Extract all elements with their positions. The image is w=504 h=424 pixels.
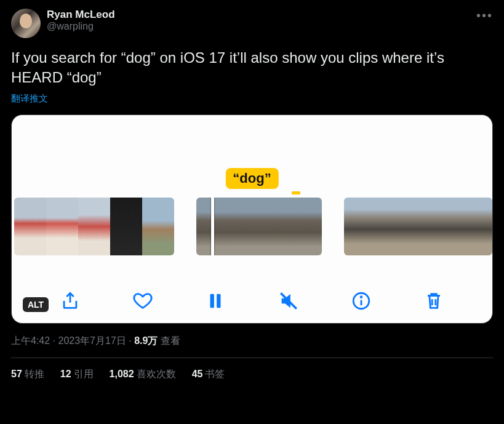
clip-frame xyxy=(280,198,322,255)
tweet-time[interactable]: 上午4:42 xyxy=(11,335,50,346)
svg-rect-0 xyxy=(210,294,214,308)
media-card[interactable]: “dog” xyxy=(11,114,493,324)
clip-group[interactable] xyxy=(14,198,174,255)
heart-icon[interactable] xyxy=(130,289,155,313)
more-icon[interactable]: ••• xyxy=(476,9,493,23)
retweets-stat[interactable]: 57转推 xyxy=(11,368,44,381)
search-tag: “dog” xyxy=(225,168,278,189)
clip-frame xyxy=(110,198,142,255)
clip-frame xyxy=(369,198,393,255)
mute-icon[interactable] xyxy=(276,289,301,313)
handle: @warpling xyxy=(47,21,115,32)
views-label: 查看 xyxy=(158,335,180,346)
clip-frame xyxy=(443,198,468,255)
clip-frame xyxy=(238,198,280,255)
tweet-stats: 57转推 12引用 1,082喜欢次数 45书签 xyxy=(11,368,493,381)
info-icon[interactable] xyxy=(349,289,374,313)
clip-frame xyxy=(393,198,418,255)
tweet-text: If you search for “dog” on iOS 17 it’ll … xyxy=(11,48,493,88)
clip-frame xyxy=(468,198,492,255)
clip-group[interactable] xyxy=(344,198,492,255)
tweet-container: Ryan McLeod @warpling ••• If you search … xyxy=(0,0,504,390)
tweet-header: Ryan McLeod @warpling xyxy=(11,9,493,38)
share-icon[interactable] xyxy=(58,289,82,313)
pause-icon[interactable] xyxy=(203,289,228,313)
divider xyxy=(11,358,493,358)
clip-frame xyxy=(46,198,78,255)
views-count: 8.9万 xyxy=(134,335,158,346)
svg-point-5 xyxy=(361,297,362,298)
clip-frame xyxy=(196,198,238,255)
display-name: Ryan McLeod xyxy=(47,9,115,21)
likes-stat[interactable]: 1,082喜欢次数 xyxy=(110,368,176,381)
trash-icon[interactable] xyxy=(422,289,446,313)
clip-frame xyxy=(14,198,46,255)
svg-rect-1 xyxy=(217,294,221,308)
clip-frame xyxy=(344,198,369,255)
quotes-stat[interactable]: 12引用 xyxy=(60,368,94,381)
media-toolbar xyxy=(12,289,492,313)
alt-badge[interactable]: ALT xyxy=(23,297,49,312)
playhead[interactable] xyxy=(211,198,214,255)
tweet-date[interactable]: 2023年7月17日 xyxy=(58,335,126,346)
video-timeline[interactable] xyxy=(12,198,492,255)
clip-frame xyxy=(418,198,442,255)
clip-group[interactable] xyxy=(196,198,322,255)
avatar[interactable] xyxy=(11,9,41,38)
clip-frame xyxy=(142,198,174,255)
translate-link[interactable]: 翻译推文 xyxy=(11,93,493,105)
clip-frame xyxy=(78,198,110,255)
bookmarks-stat[interactable]: 45书签 xyxy=(192,368,225,381)
tweet-meta: 上午4:42 · 2023年7月17日 · 8.9万 查看 xyxy=(11,335,493,348)
playhead-marker xyxy=(292,191,300,194)
author-block[interactable]: Ryan McLeod @warpling xyxy=(47,9,115,32)
